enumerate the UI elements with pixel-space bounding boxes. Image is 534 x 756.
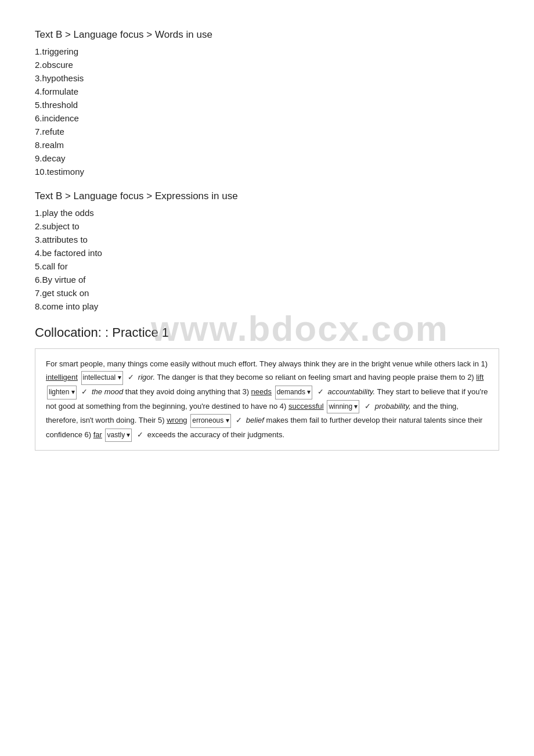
practice-intro-text: For smart people, many things come easil… (46, 359, 488, 368)
list-item: 6.By virtue of (35, 275, 499, 285)
item6-word: far (93, 430, 102, 439)
practice-box: For smart people, many things come easil… (35, 348, 499, 451)
item2-after-text: that they avoid doing anything that 3) (123, 387, 251, 396)
item4-italic: probability, (375, 402, 411, 411)
item3-italic: accountability. (328, 387, 375, 396)
section1-heading: Text B > Language focus > Words in use (35, 29, 499, 41)
item4-checkmark: ✓ (365, 402, 371, 411)
item3-word: needs (251, 387, 272, 396)
list-item: 4.formulate (35, 87, 499, 96)
list-item: 2.subject to (35, 221, 499, 231)
item1-dropdown[interactable]: intellectual ▾ (81, 371, 123, 385)
collocation-heading: Collocation: : Practice 1 (35, 325, 499, 340)
item2-word: lift (476, 373, 484, 381)
item1-word: intelligent (46, 373, 78, 381)
list-item: 6.incidence (35, 113, 499, 123)
item4-dropdown[interactable]: winning ▾ (327, 400, 359, 414)
item2-dropdown[interactable]: lighten ▾ (47, 386, 77, 399)
list-item: 10.testimony (35, 167, 499, 177)
item6-dropdown[interactable]: vastly ▾ (105, 429, 132, 442)
section2-heading: Text B > Language focus > Expressions in… (35, 190, 499, 202)
list-item: 5.call for (35, 261, 499, 271)
item2-checkmark: ✓ (81, 387, 88, 396)
item6-after-text: exceeds the accuracy of their judgments. (147, 430, 284, 439)
list-item: 7.refute (35, 127, 499, 136)
item6-checkmark: ✓ (137, 430, 143, 439)
list-item: 2.obscure (35, 60, 499, 70)
list-item: 3.hypothesis (35, 73, 499, 83)
list-item: 8.come into play (35, 301, 499, 311)
item5-word: wrong (167, 416, 187, 424)
item1-checkmark: ✓ (128, 373, 134, 381)
item1-sentence-rest: The danger is that they become so relian… (155, 373, 476, 381)
item5-checkmark: ✓ (236, 416, 242, 424)
list-item: 8.realm (35, 140, 499, 150)
item2-italic: the mood (92, 387, 123, 396)
item3-dropdown[interactable]: demands ▾ (275, 386, 313, 399)
list-item: 7.get stuck on (35, 288, 499, 298)
list-item: 3.attributes to (35, 235, 499, 244)
item3-checkmark: ✓ (317, 387, 324, 396)
item5-dropdown[interactable]: erroneous ▾ (190, 414, 230, 428)
item1-after-text: rigor. (138, 373, 155, 381)
item4-word: successful (288, 402, 324, 411)
item5-italic: belief (246, 416, 264, 424)
list-item: 1.triggering (35, 46, 499, 56)
list-item: 1.play the odds (35, 208, 499, 218)
list-item: 9.decay (35, 153, 499, 163)
list-item: 5.threshold (35, 100, 499, 110)
list-item: 4.be factored into (35, 248, 499, 258)
